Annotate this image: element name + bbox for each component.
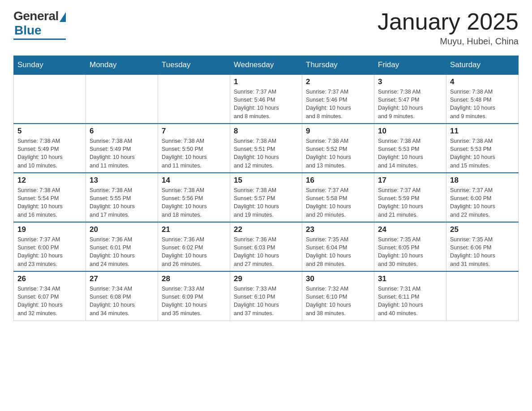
title-block: January 2025 Muyu, Hubei, China <box>378 9 519 47</box>
day-info: Sunrise: 7:37 AM Sunset: 5:46 PM Dayligh… <box>234 88 298 120</box>
calendar-cell: 26Sunrise: 7:34 AM Sunset: 6:07 PM Dayli… <box>14 271 86 321</box>
calendar-cell: 20Sunrise: 7:36 AM Sunset: 6:01 PM Dayli… <box>86 222 158 271</box>
day-info: Sunrise: 7:34 AM Sunset: 6:07 PM Dayligh… <box>17 285 82 317</box>
logo-general-text: General <box>13 9 59 23</box>
day-number: 24 <box>378 225 442 234</box>
calendar-header: SundayMondayTuesdayWednesdayThursdayFrid… <box>14 56 519 75</box>
calendar-cell <box>446 271 519 321</box>
day-number: 14 <box>162 176 226 185</box>
day-number: 17 <box>378 176 442 185</box>
calendar-cell <box>86 74 158 124</box>
day-info: Sunrise: 7:38 AM Sunset: 5:54 PM Dayligh… <box>17 186 82 219</box>
day-info: Sunrise: 7:34 AM Sunset: 6:08 PM Dayligh… <box>90 285 154 317</box>
day-number: 13 <box>90 176 154 185</box>
weekday-header: Wednesday <box>230 56 302 75</box>
day-number: 1 <box>234 77 298 86</box>
calendar-cell: 30Sunrise: 7:32 AM Sunset: 6:10 PM Dayli… <box>302 271 374 321</box>
day-info: Sunrise: 7:38 AM Sunset: 5:50 PM Dayligh… <box>162 137 226 170</box>
calendar-cell <box>158 74 230 124</box>
calendar-cell: 21Sunrise: 7:36 AM Sunset: 6:02 PM Dayli… <box>158 222 230 271</box>
day-info: Sunrise: 7:38 AM Sunset: 5:48 PM Dayligh… <box>450 88 515 120</box>
day-number: 6 <box>90 127 154 136</box>
calendar-cell: 2Sunrise: 7:37 AM Sunset: 5:46 PM Daylig… <box>302 74 374 124</box>
calendar-cell: 19Sunrise: 7:37 AM Sunset: 6:00 PM Dayli… <box>14 222 86 271</box>
calendar-cell: 14Sunrise: 7:38 AM Sunset: 5:56 PM Dayli… <box>158 173 230 222</box>
day-number: 15 <box>234 176 298 185</box>
calendar-row: 19Sunrise: 7:37 AM Sunset: 6:00 PM Dayli… <box>14 222 519 271</box>
day-number: 2 <box>306 77 370 86</box>
day-number: 30 <box>306 274 370 283</box>
calendar-cell: 3Sunrise: 7:38 AM Sunset: 5:47 PM Daylig… <box>374 74 446 124</box>
day-number: 23 <box>306 225 370 234</box>
weekday-header: Tuesday <box>158 56 230 75</box>
calendar-cell: 24Sunrise: 7:35 AM Sunset: 6:05 PM Dayli… <box>374 222 446 271</box>
day-number: 25 <box>450 225 515 234</box>
calendar-cell: 23Sunrise: 7:35 AM Sunset: 6:04 PM Dayli… <box>302 222 374 271</box>
day-number: 12 <box>17 176 82 185</box>
day-number: 19 <box>17 225 82 234</box>
day-number: 11 <box>450 127 515 136</box>
calendar-row: 5Sunrise: 7:38 AM Sunset: 5:49 PM Daylig… <box>14 124 519 173</box>
calendar-cell: 8Sunrise: 7:38 AM Sunset: 5:51 PM Daylig… <box>230 124 302 173</box>
calendar-cell: 6Sunrise: 7:38 AM Sunset: 5:49 PM Daylig… <box>86 124 158 173</box>
location-text: Muyu, Hubei, China <box>378 36 519 47</box>
day-info: Sunrise: 7:38 AM Sunset: 5:57 PM Dayligh… <box>234 186 298 219</box>
weekday-header: Saturday <box>446 56 519 75</box>
day-info: Sunrise: 7:35 AM Sunset: 6:05 PM Dayligh… <box>378 235 442 268</box>
page-header: General Blue January 2025 Muyu, Hubei, C… <box>13 9 519 47</box>
day-number: 28 <box>162 274 226 283</box>
calendar-cell: 10Sunrise: 7:38 AM Sunset: 5:53 PM Dayli… <box>374 124 446 173</box>
calendar-cell: 5Sunrise: 7:38 AM Sunset: 5:49 PM Daylig… <box>14 124 86 173</box>
day-number: 22 <box>234 225 298 234</box>
day-info: Sunrise: 7:35 AM Sunset: 6:06 PM Dayligh… <box>450 235 515 268</box>
day-info: Sunrise: 7:31 AM Sunset: 6:11 PM Dayligh… <box>378 285 442 317</box>
logo: General Blue <box>13 9 66 40</box>
day-info: Sunrise: 7:36 AM Sunset: 6:02 PM Dayligh… <box>162 235 226 268</box>
calendar-cell: 17Sunrise: 7:37 AM Sunset: 5:59 PM Dayli… <box>374 173 446 222</box>
logo-blue-text: Blue <box>14 23 42 38</box>
day-info: Sunrise: 7:37 AM Sunset: 5:46 PM Dayligh… <box>306 88 370 120</box>
day-info: Sunrise: 7:38 AM Sunset: 5:52 PM Dayligh… <box>306 137 370 170</box>
day-info: Sunrise: 7:38 AM Sunset: 5:49 PM Dayligh… <box>90 137 154 170</box>
day-number: 31 <box>378 274 442 283</box>
calendar-cell: 28Sunrise: 7:33 AM Sunset: 6:09 PM Dayli… <box>158 271 230 321</box>
day-info: Sunrise: 7:33 AM Sunset: 6:10 PM Dayligh… <box>234 285 298 317</box>
day-info: Sunrise: 7:38 AM Sunset: 5:55 PM Dayligh… <box>90 186 154 219</box>
calendar-cell: 22Sunrise: 7:36 AM Sunset: 6:03 PM Dayli… <box>230 222 302 271</box>
calendar-cell: 11Sunrise: 7:38 AM Sunset: 5:53 PM Dayli… <box>446 124 519 173</box>
day-number: 18 <box>450 176 515 185</box>
day-number: 21 <box>162 225 226 234</box>
day-number: 10 <box>378 127 442 136</box>
calendar-cell: 31Sunrise: 7:31 AM Sunset: 6:11 PM Dayli… <box>374 271 446 321</box>
calendar-cell: 16Sunrise: 7:37 AM Sunset: 5:58 PM Dayli… <box>302 173 374 222</box>
day-info: Sunrise: 7:37 AM Sunset: 6:00 PM Dayligh… <box>17 235 82 268</box>
calendar-cell: 27Sunrise: 7:34 AM Sunset: 6:08 PM Dayli… <box>86 271 158 321</box>
weekday-header: Friday <box>374 56 446 75</box>
calendar-cell: 13Sunrise: 7:38 AM Sunset: 5:55 PM Dayli… <box>86 173 158 222</box>
day-number: 3 <box>378 77 442 86</box>
day-info: Sunrise: 7:38 AM Sunset: 5:53 PM Dayligh… <box>450 137 515 170</box>
day-info: Sunrise: 7:36 AM Sunset: 6:03 PM Dayligh… <box>234 235 298 268</box>
day-info: Sunrise: 7:37 AM Sunset: 6:00 PM Dayligh… <box>450 186 515 219</box>
weekday-header: Thursday <box>302 56 374 75</box>
day-info: Sunrise: 7:38 AM Sunset: 5:51 PM Dayligh… <box>234 137 298 170</box>
day-info: Sunrise: 7:37 AM Sunset: 5:58 PM Dayligh… <box>306 186 370 219</box>
day-number: 27 <box>90 274 154 283</box>
calendar-cell: 15Sunrise: 7:38 AM Sunset: 5:57 PM Dayli… <box>230 173 302 222</box>
day-number: 16 <box>306 176 370 185</box>
logo-triangle-icon <box>60 12 66 22</box>
calendar-cell: 25Sunrise: 7:35 AM Sunset: 6:06 PM Dayli… <box>446 222 519 271</box>
day-info: Sunrise: 7:33 AM Sunset: 6:09 PM Dayligh… <box>162 285 226 317</box>
day-info: Sunrise: 7:38 AM Sunset: 5:53 PM Dayligh… <box>378 137 442 170</box>
day-number: 5 <box>17 127 82 136</box>
calendar-cell: 9Sunrise: 7:38 AM Sunset: 5:52 PM Daylig… <box>302 124 374 173</box>
day-number: 29 <box>234 274 298 283</box>
calendar-cell: 29Sunrise: 7:33 AM Sunset: 6:10 PM Dayli… <box>230 271 302 321</box>
day-info: Sunrise: 7:38 AM Sunset: 5:49 PM Dayligh… <box>17 137 82 170</box>
day-info: Sunrise: 7:38 AM Sunset: 5:56 PM Dayligh… <box>162 186 226 219</box>
logo-underline <box>13 39 66 40</box>
calendar-cell: 1Sunrise: 7:37 AM Sunset: 5:46 PM Daylig… <box>230 74 302 124</box>
day-info: Sunrise: 7:35 AM Sunset: 6:04 PM Dayligh… <box>306 235 370 268</box>
weekday-header: Monday <box>86 56 158 75</box>
day-number: 7 <box>162 127 226 136</box>
